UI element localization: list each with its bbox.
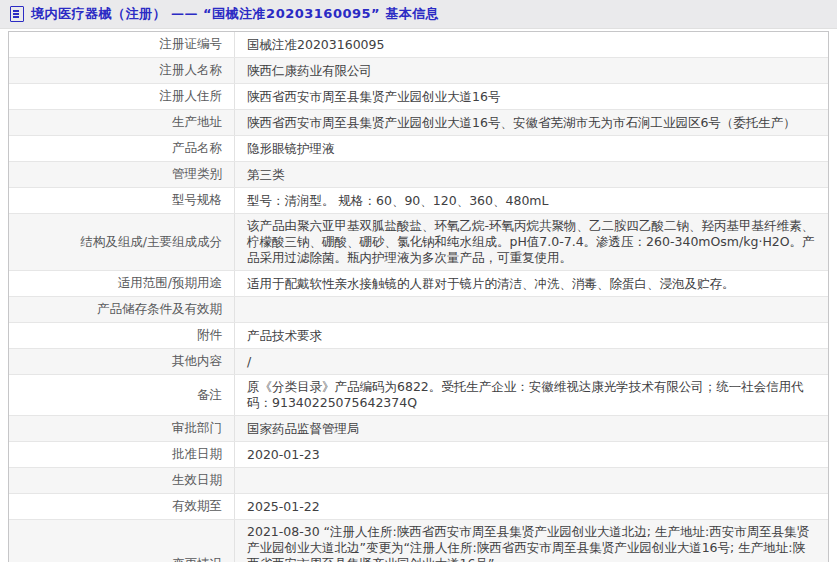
table-row: 审批部门国家药品监督管理局 — [9, 416, 828, 442]
table-row: 注册证编号国械注准20203160095 — [9, 32, 828, 58]
row-label: 其他内容 — [9, 349, 235, 374]
row-value: 第三类 — [235, 163, 828, 187]
table-row: 变更情况2021-08-30 “注册人住所:陕西省西安市周至县集贤产业园创业大道… — [9, 520, 828, 562]
row-label-text: 生效日期 — [172, 472, 222, 489]
row-label: 型号规格 — [9, 188, 235, 213]
row-label-text: 备注 — [197, 387, 222, 404]
row-label: 生产地址 — [9, 110, 235, 135]
row-label-text: 其他内容 — [172, 353, 222, 370]
table-row: 附件产品技术要求 — [9, 323, 828, 349]
row-value: 陕西仁康药业有限公司 — [235, 59, 828, 83]
row-label: 有效期至 — [9, 494, 235, 519]
page-title: 境内医疗器械（注册） —— “国械注准20203160095” 基本信息 — [31, 5, 439, 23]
table-row: 批准日期2020-01-23 — [9, 442, 828, 468]
table-row: 注册人住所陕西省西安市周至县集贤产业园创业大道16号 — [9, 84, 828, 110]
row-value: 2020-01-23 — [235, 443, 828, 467]
row-value: 产品技术要求 — [235, 324, 828, 348]
table-row: 其他内容/ — [9, 349, 828, 375]
table-row: 产品储存条件及有效期 — [9, 297, 828, 323]
row-label-text: 批准日期 — [172, 446, 222, 463]
row-value: 隐形眼镜护理液 — [235, 137, 828, 161]
page-header: 境内医疗器械（注册） —— “国械注准20203160095” 基本信息 — [0, 0, 837, 29]
row-label-text: 结构及组成/主要组成成分 — [80, 234, 222, 251]
info-table: 注册证编号国械注准20203160095注册人名称陕西仁康药业有限公司注册人住所… — [8, 31, 829, 562]
document-icon — [10, 6, 24, 22]
table-row: 生产地址陕西省西安市周至县集贤产业园创业大道16号、安徽省芜湖市无为市石涧工业园… — [9, 110, 828, 136]
row-label: 管理类别 — [9, 162, 235, 187]
table-row: 产品名称隐形眼镜护理液 — [9, 136, 828, 162]
row-label: 产品储存条件及有效期 — [9, 297, 235, 322]
row-label-text: 适用范围/预期用途 — [118, 275, 222, 292]
row-value: 陕西省西安市周至县集贤产业园创业大道16号、安徽省芜湖市无为市石涧工业园区6号（… — [235, 111, 828, 135]
row-value: 2025-01-22 — [235, 495, 828, 519]
table-row: 注册人名称陕西仁康药业有限公司 — [9, 58, 828, 84]
row-value: 国械注准20203160095 — [235, 33, 828, 57]
table-row: 生效日期 — [9, 468, 828, 494]
table-row: 结构及组成/主要组成成分该产品由聚六亚甲基双胍盐酸盐、环氧乙烷-环氧丙烷共聚物、… — [9, 214, 828, 271]
row-value: 该产品由聚六亚甲基双胍盐酸盐、环氧乙烷-环氧丙烷共聚物、乙二胺四乙酸二钠、羟丙基… — [235, 214, 828, 270]
table-row: 备注原《分类目录》产品编码为6822。受托生产企业：安徽维视达康光学技术有限公司… — [9, 375, 828, 416]
row-label: 结构及组成/主要组成成分 — [9, 214, 235, 270]
row-label: 注册人住所 — [9, 84, 235, 109]
row-label-text: 产品名称 — [172, 140, 222, 157]
row-value — [235, 306, 828, 314]
row-value: 2021-08-30 “注册人住所:陕西省西安市周至县集贤产业园创业大道北边; … — [235, 520, 828, 562]
row-label-text: 管理类别 — [172, 166, 222, 183]
row-value: 国家药品监督管理局 — [235, 417, 828, 441]
row-value: 适用于配戴软性亲水接触镜的人群对于镜片的清洁、冲洗、消毒、除蛋白、浸泡及贮存。 — [235, 272, 828, 296]
row-label: 附件 — [9, 323, 235, 348]
table-row: 有效期至2025-01-22 — [9, 494, 828, 520]
row-label: 备注 — [9, 375, 235, 415]
row-label: 适用范围/预期用途 — [9, 271, 235, 296]
page: 境内医疗器械（注册） —— “国械注准20203160095” 基本信息 注册证… — [0, 0, 837, 562]
row-label: 生效日期 — [9, 468, 235, 493]
row-value — [235, 477, 828, 485]
row-value: 原《分类目录》产品编码为6822。受托生产企业：安徽维视达康光学技术有限公司；统… — [235, 375, 828, 415]
row-label-text: 注册人住所 — [160, 88, 223, 105]
row-value-line: 2021-08-30 “注册人住所:陕西省西安市周至县集贤产业园创业大道北边; … — [247, 524, 816, 562]
row-value: 陕西省西安市周至县集贤产业园创业大道16号 — [235, 85, 828, 109]
row-label-text: 注册证编号 — [160, 36, 223, 53]
table-row: 型号规格型号：清润型。 规格：60、90、120、360、480mL — [9, 188, 828, 214]
row-label: 审批部门 — [9, 416, 235, 441]
row-value: 型号：清润型。 规格：60、90、120、360、480mL — [235, 189, 828, 213]
row-label: 注册证编号 — [9, 32, 235, 57]
row-label-text: 注册人名称 — [160, 62, 223, 79]
row-label-text: 型号规格 — [172, 192, 222, 209]
row-label: 批准日期 — [9, 442, 235, 467]
row-label-text: 生产地址 — [172, 114, 222, 131]
row-label-text: 变更情况 — [172, 556, 222, 562]
row-label-text: 有效期至 — [172, 498, 222, 515]
row-label-text: 产品储存条件及有效期 — [97, 301, 222, 318]
row-label: 产品名称 — [9, 136, 235, 161]
row-label-text: 审批部门 — [172, 420, 222, 437]
row-label: 注册人名称 — [9, 58, 235, 83]
row-value: / — [235, 350, 828, 374]
row-label-text: 附件 — [197, 327, 222, 344]
table-row: 适用范围/预期用途适用于配戴软性亲水接触镜的人群对于镜片的清洁、冲洗、消毒、除蛋… — [9, 271, 828, 297]
row-label: 变更情况 — [9, 520, 235, 562]
table-row: 管理类别第三类 — [9, 162, 828, 188]
